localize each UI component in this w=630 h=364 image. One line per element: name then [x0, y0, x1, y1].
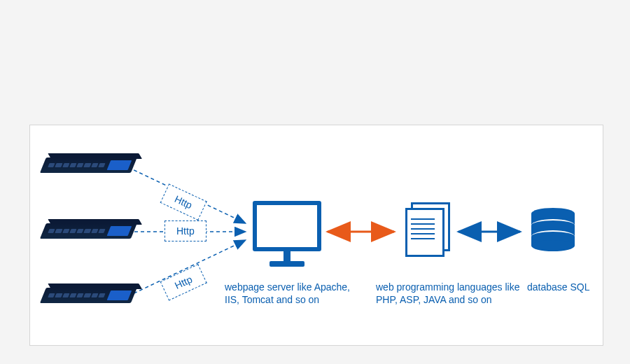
- rack-device-icon: [39, 158, 137, 174]
- caption-languages: web programming languages like PHP, ASP,…: [376, 281, 523, 306]
- caption-database: database SQL: [527, 281, 611, 293]
- caption-server: webpage server like Apache, IIS, Tomcat …: [225, 281, 365, 306]
- http-label-box: Http: [164, 220, 206, 241]
- diagram-panel: Http Http Http webpage server like Apach…: [29, 125, 603, 346]
- http-label-box: Http: [160, 264, 207, 300]
- document-icon: [405, 202, 444, 251]
- database-cylinder-icon: [531, 208, 575, 251]
- http-label: Http: [160, 183, 207, 220]
- monitor-icon: [253, 201, 321, 267]
- rack-device-icon: [39, 223, 137, 240]
- http-label-box: Http: [160, 183, 207, 220]
- rack-device-icon: [39, 288, 137, 304]
- diagram-canvas: Http Http Http webpage server like Apach…: [0, 0, 630, 364]
- http-label: Http: [164, 220, 206, 241]
- http-label: Http: [160, 264, 207, 300]
